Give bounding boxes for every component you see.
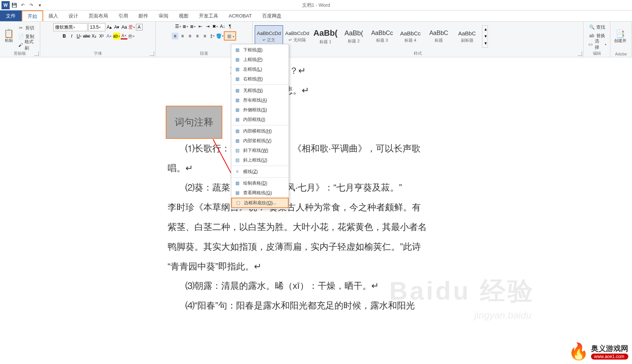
borders-button[interactable]: ▦ [224, 31, 236, 41]
sort-icon[interactable]: A↓ [219, 23, 226, 30]
border-menu-i[interactable]: ▦内部框线(I) [231, 115, 289, 124]
border-menu-a[interactable]: ▦所有框线(A) [231, 95, 289, 105]
show-marks-icon[interactable]: ¶ [227, 23, 234, 30]
subscript-icon[interactable]: X₂ [91, 33, 98, 39]
border-item-icon: ▦ [234, 66, 240, 72]
grow-font-icon[interactable]: A▴ [106, 24, 113, 31]
multilevel-icon[interactable]: ≣ [190, 23, 196, 30]
distribute-icon[interactable]: ≡ [201, 33, 208, 39]
border-item-icon: ▧ [234, 147, 240, 153]
border-menu-z[interactable]: ≡横线(Z) [231, 167, 289, 176]
justify-icon[interactable]: ≡ [194, 33, 201, 39]
selected-text[interactable]: 词句注释 [166, 106, 222, 139]
border-item-label: 斜下框线(W) [243, 147, 268, 154]
styles-more-icon[interactable]: ▾ [482, 40, 489, 47]
border-item-label: 绘制表格(D) [243, 180, 267, 186]
doc-line-5: ⑵葵：蔬菜名。《诗经·囿风·七月》：“七月亨葵及菽。” [168, 178, 454, 198]
select-icon: ▭ [587, 41, 594, 48]
tab-acrobat[interactable]: ACROBAT [223, 10, 257, 21]
highlight-icon[interactable]: ab [113, 33, 120, 39]
numbering-icon[interactable]: ≣ [182, 23, 189, 30]
group-editing: 🔍查找 ab替换 ▭选择 编辑 [584, 22, 610, 57]
dec-indent-icon[interactable]: ⇤ [197, 23, 204, 30]
style-item-7[interactable]: AaBbC副标题 [453, 25, 481, 48]
border-item-icon: ▢ [235, 200, 241, 206]
font-color-icon[interactable]: A [121, 33, 127, 39]
align-center-icon[interactable]: ≡ [179, 33, 186, 39]
create-pdf-button[interactable]: 📑 创建并 [613, 31, 628, 44]
cut-button[interactable]: ✂剪切 [16, 24, 38, 32]
bullets-icon[interactable]: ☰ [175, 23, 181, 30]
border-menu-h[interactable]: ▦内部横框线(H) [231, 126, 289, 136]
paste-button[interactable]: 📋 粘贴 [2, 30, 15, 43]
borders-dropdown-menu: ▦下框线(B)▦上框线(P)▦左框线(L)▦右框线(R)▦无框线(N)▦所有框线… [231, 44, 289, 209]
border-menu-l[interactable]: ▦左框线(L) [231, 64, 289, 74]
style-item-3[interactable]: AaBb(标题 2 [340, 25, 368, 48]
border-menu-w[interactable]: ▧斜下框线(W) [231, 146, 289, 155]
inc-indent-icon[interactable]: ⇥ [204, 23, 211, 30]
phonetic-icon[interactable]: 爱 [128, 24, 135, 31]
styles-launcher-icon[interactable] [578, 51, 582, 56]
border-menu-n[interactable]: ▦无框线(N) [231, 86, 289, 95]
tab-baidu[interactable]: 百度网盘 [257, 10, 287, 21]
adobe-label: Adobe [613, 51, 629, 56]
shrink-font-icon[interactable]: A▾ [114, 24, 120, 31]
bold-icon[interactable]: B [61, 33, 68, 39]
select-button[interactable]: ▭选择 [586, 40, 608, 48]
tab-home[interactable]: 开始 [22, 10, 43, 21]
tab-insert[interactable]: 插入 [43, 10, 63, 21]
strike-icon[interactable]: abc [83, 33, 90, 39]
border-menu-d[interactable]: ▦绘制表格(D) [231, 178, 289, 188]
superscript-icon[interactable]: X² [98, 33, 105, 39]
border-menu-u[interactable]: ▨斜上框线(U) [231, 155, 289, 165]
clipboard-launcher-icon[interactable] [34, 51, 39, 56]
border-menu-r[interactable]: ▦右框线(R) [231, 74, 289, 84]
paste-label: 粘贴 [5, 38, 13, 43]
font-size-select[interactable]: 13.5 [88, 23, 105, 31]
clear-format-icon[interactable]: A [136, 24, 143, 31]
border-menu-g[interactable]: ▦查看网格线(G) [231, 188, 289, 198]
style-item-2[interactable]: AaBb(标题 1 [311, 25, 340, 48]
style-item-5[interactable]: AaBbCc标题 4 [396, 25, 425, 48]
redo-icon[interactable]: ↷ [27, 1, 35, 9]
tab-review[interactable]: 审阅 [153, 10, 174, 21]
qat-more-icon[interactable]: ▾ [36, 1, 44, 9]
font-name-select[interactable]: 微软雅黑 [53, 23, 88, 31]
document-page[interactable]: ∃，何时复西归？↵ 』，老大徒伤悲。↵ 词句注释 ⑴长歌行：汉乐府旧题。属《相和… [112, 57, 514, 363]
group-adobe: 📑 创建并 Adobe [610, 22, 632, 57]
tab-layout[interactable]: 页面布局 [83, 10, 113, 21]
undo-icon[interactable]: ↶ [19, 1, 27, 9]
line-spacing-icon[interactable]: ‡ [209, 33, 216, 39]
shading-icon[interactable]: 🪣 [216, 33, 223, 39]
styles-down-icon[interactable]: ▾ [482, 33, 489, 39]
style-item-6[interactable]: AaBbC标题 [425, 25, 453, 48]
border-menu-b[interactable]: ▦下框线(B) [231, 45, 289, 55]
border-menu-o[interactable]: ▢边框和底纹(O)... [231, 198, 289, 208]
tab-design[interactable]: 设计 [63, 10, 83, 21]
underline-icon[interactable]: U [76, 33, 83, 39]
tab-references[interactable]: 引用 [113, 10, 133, 21]
border-menu-s[interactable]: ▦外侧框线(S) [231, 105, 289, 115]
text-effects-icon[interactable]: A [106, 33, 112, 39]
italic-icon[interactable]: I [69, 33, 75, 39]
tab-mailings[interactable]: 邮件 [133, 10, 153, 21]
border-menu-p[interactable]: ▦上框线(P) [231, 55, 289, 64]
group-font: 微软雅黑 13.5 A▴ A▾ Aa 爱 A B I U abc X₂ X² A… [40, 22, 156, 57]
styles-up-icon[interactable]: ▴ [482, 26, 489, 32]
border-menu-v[interactable]: ▦内部竖框线(V) [231, 136, 289, 146]
format-painter-button[interactable]: 🖌格式刷 [16, 41, 38, 49]
style-item-4[interactable]: AaBbCc标题 3 [368, 25, 396, 48]
doc-line-1: ∃，何时复西归？↵ [168, 61, 454, 81]
enclose-icon[interactable]: ㊥ [128, 33, 135, 39]
align-right-icon[interactable]: ≡ [187, 33, 193, 39]
find-button[interactable]: 🔍查找 [587, 23, 607, 31]
change-case-icon[interactable]: Aa [121, 24, 128, 31]
tab-file[interactable]: 文件 [0, 10, 22, 21]
save-icon[interactable]: 💾 [10, 1, 18, 9]
align-left-icon[interactable]: ≡ [172, 33, 178, 39]
border-item-label: 上框线(P) [243, 57, 263, 63]
asian-layout-icon[interactable]: ✖ [212, 23, 219, 30]
font-launcher-icon[interactable] [150, 51, 154, 56]
tab-developer[interactable]: 开发工具 [194, 10, 223, 21]
tab-view[interactable]: 视图 [174, 10, 194, 21]
